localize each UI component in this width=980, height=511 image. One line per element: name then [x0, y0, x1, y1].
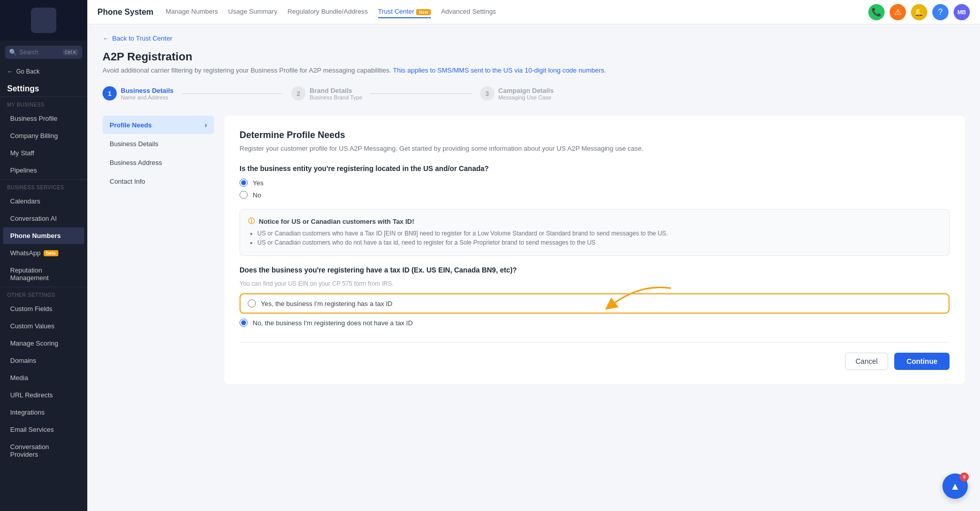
sidebar-item-whatsapp[interactable]: WhatsAppbeta — [3, 245, 84, 261]
step-2: 3Campaign DetailsMessaging Use Case — [480, 86, 554, 100]
topbar-nav-advanced-settings[interactable]: Advanced Settings — [441, 6, 496, 18]
q2-option-label-1: No, the business I'm registering does no… — [253, 319, 413, 327]
q2-sublabel: You can find your US EIN on your CP 575 … — [240, 280, 950, 287]
q1-radio-group: YesNo — [240, 179, 950, 199]
q2-annotation-area: Yes, the business I'm registering has a … — [240, 293, 950, 327]
topbar: Phone System Manage NumbersUsage Summary… — [87, 0, 980, 24]
bell-icon-btn[interactable]: 🔔 — [911, 4, 927, 20]
sidebar-item-reputation-management[interactable]: Reputation Management — [3, 262, 84, 286]
avatar[interactable]: MB — [954, 4, 970, 20]
float-badge: 9 — [960, 472, 969, 482]
go-back-button[interactable]: ← Go Back — [0, 64, 87, 79]
new-badge: New — [416, 9, 431, 15]
sidebar-item-label: Domains — [10, 357, 36, 364]
sidebar-logo — [0, 0, 87, 41]
float-action-button[interactable]: ▲ 9 — [942, 473, 968, 499]
topbar-title: Phone System — [97, 8, 153, 17]
left-nav-profile-needs[interactable]: Profile Needs› — [103, 116, 214, 134]
back-link[interactable]: ← Back to Trust Center — [103, 35, 965, 42]
q1-option-label-0: Yes — [253, 179, 263, 187]
step-circle-0: 1 — [103, 86, 117, 100]
q2-radio-0[interactable] — [248, 299, 256, 308]
step-info-1: Brand DetailsBusiness Brand Type — [310, 87, 362, 100]
notice-box: ⓘ Notice for US or Canadian customers wi… — [240, 209, 950, 256]
left-nav-business-address[interactable]: Business Address — [103, 154, 214, 172]
topbar-nav-manage-numbers[interactable]: Manage Numbers — [165, 6, 218, 18]
logo-mark — [31, 8, 56, 33]
q1-radio-0[interactable] — [240, 179, 248, 187]
sidebar-item-company-billing[interactable]: Company Billing — [3, 127, 84, 144]
notice-title: ⓘ Notice for US or Canadian customers wi… — [248, 217, 941, 226]
phone-icon-btn[interactable]: 📞 — [868, 4, 885, 20]
sidebar-item-conversation-providers[interactable]: Conversation Providers — [3, 438, 84, 463]
sidebar-item-label: URL Redirects — [10, 391, 53, 399]
sidebar-item-custom-fields[interactable]: Custom Fields — [3, 300, 84, 317]
search-icon: 🔍 — [9, 49, 17, 56]
sidebar-item-pipelines[interactable]: Pipelines — [3, 162, 84, 179]
main-area: Phone System Manage NumbersUsage Summary… — [87, 0, 980, 511]
sidebar-item-label: Phone Numbers — [10, 232, 61, 240]
continue-button[interactable]: Continue — [894, 353, 950, 370]
sidebar-item-manage-scoring[interactable]: Manage Scoring — [3, 335, 84, 352]
left-nav-contact-info[interactable]: Contact Info — [103, 173, 214, 190]
topbar-right: 📞 ⚠ 🔔 ? MB — [868, 4, 970, 20]
page-content: ← Back to Trust Center A2P Registration … — [87, 24, 980, 511]
sidebar-item-custom-values[interactable]: Custom Values — [3, 318, 84, 334]
q1-option-0[interactable]: Yes — [240, 179, 950, 187]
beta-badge: beta — [44, 250, 58, 256]
form-section-desc: Register your customer profile for US A2… — [240, 145, 950, 152]
chevron-right-icon: › — [205, 121, 207, 129]
notification-icon-btn[interactable]: ⚠ — [890, 4, 906, 20]
step-sub-2: Messaging Use Case — [498, 94, 554, 100]
sidebar-item-media[interactable]: Media — [3, 369, 84, 386]
topbar-nav-regulatory-bundle/address[interactable]: Regulatory Bundle/Address — [287, 6, 367, 18]
left-nav-business-details[interactable]: Business Details — [103, 135, 214, 153]
step-sub-0: Name and Address — [121, 94, 174, 100]
step-line-1 — [182, 93, 283, 94]
q2-option-1[interactable]: No, the business I'm registering does no… — [240, 319, 950, 327]
sidebar-item-label: My Staff — [10, 149, 34, 157]
info-icon: ⓘ — [248, 217, 255, 226]
settings-title: Settings — [0, 79, 87, 96]
step-circle-2: 3 — [480, 86, 494, 100]
sidebar-item-domains[interactable]: Domains — [3, 352, 84, 369]
form-card: Determine Profile Needs Register your cu… — [224, 116, 965, 384]
q1-radio-1[interactable] — [240, 191, 248, 199]
sidebar: 🔍 Ctrl K ← Go Back Settings MY BUSINESSB… — [0, 0, 87, 511]
search-container: 🔍 Ctrl K — [0, 41, 87, 64]
q1-option-1[interactable]: No — [240, 191, 950, 199]
help-icon-btn[interactable]: ? — [932, 4, 949, 20]
notice-list: US or Canadian customers who have a Tax … — [248, 230, 941, 246]
sidebar-item-integrations[interactable]: Integrations — [3, 404, 84, 421]
sidebar-item-conversation-ai[interactable]: Conversation AI — [3, 210, 84, 227]
sidebar-item-phone-numbers[interactable]: Phone Numbers — [3, 227, 84, 244]
topbar-nav-trust-center[interactable]: Trust CenterNew — [378, 6, 431, 18]
page-title: A2P Registration — [103, 50, 965, 63]
q1-option-label-1: No — [253, 191, 261, 199]
page-desc-link[interactable]: This applies to SMS/MMS sent to the US v… — [393, 66, 606, 74]
sidebar-item-label: Integrations — [10, 408, 45, 416]
q2-radio-1[interactable] — [240, 319, 248, 327]
float-icon: ▲ — [950, 481, 960, 492]
sidebar-item-email-services[interactable]: Email Services — [3, 421, 84, 438]
stepper: 1Business DetailsName and Address2Brand … — [103, 86, 965, 100]
sidebar-item-calendars[interactable]: Calendars — [3, 193, 84, 210]
topbar-nav-usage-summary[interactable]: Usage Summary — [228, 6, 278, 18]
left-nav-label: Business Details — [110, 140, 158, 148]
sidebar-item-url-redirects[interactable]: URL Redirects — [3, 387, 84, 403]
topbar-left: Phone System Manage NumbersUsage Summary… — [97, 6, 496, 18]
step-label-1: Brand Details — [310, 87, 362, 94]
step-info-0: Business DetailsName and Address — [121, 87, 174, 100]
sidebar-item-business-profile[interactable]: Business Profile — [3, 110, 84, 127]
step-1: 2Brand DetailsBusiness Brand Type — [291, 86, 362, 100]
sidebar-section-title: MY BUSINESS — [0, 96, 87, 110]
step-label-0: Business Details — [121, 87, 174, 94]
q1-label: Is the business entity you're registerin… — [240, 164, 950, 173]
sidebar-item-label: Manage Scoring — [10, 339, 58, 347]
step-circle-1: 2 — [291, 86, 306, 100]
cancel-button[interactable]: Cancel — [845, 353, 889, 370]
sidebar-item-my-staff[interactable]: My Staff — [3, 145, 84, 161]
topbar-nav: Manage NumbersUsage SummaryRegulatory Bu… — [165, 6, 496, 18]
sidebar-item-label: Calendars — [10, 197, 40, 205]
q2-option-highlighted-0[interactable]: Yes, the business I'm registering has a … — [240, 293, 950, 314]
